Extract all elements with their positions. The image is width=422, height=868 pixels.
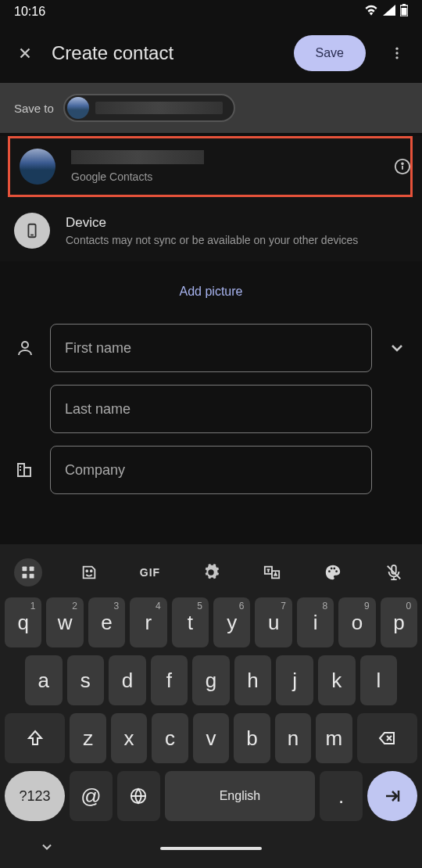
- signal-icon: [383, 5, 395, 19]
- close-button[interactable]: [11, 39, 39, 67]
- avatar: [67, 97, 89, 119]
- person-icon: [14, 339, 36, 357]
- nav-collapse-keyboard[interactable]: [39, 839, 55, 858]
- key-q[interactable]: q1: [5, 597, 41, 647]
- svg-point-5: [395, 56, 398, 59]
- svg-rect-17: [30, 567, 34, 572]
- svg-rect-16: [23, 567, 27, 572]
- device-subtitle: Contacts may not sync or be available on…: [66, 234, 408, 246]
- save-to-bar: Save to: [0, 83, 422, 133]
- last-name-field[interactable]: [50, 385, 372, 433]
- status-time: 10:16: [14, 5, 45, 19]
- key-at[interactable]: @: [70, 771, 113, 821]
- save-to-label: Save to: [14, 102, 54, 115]
- company-icon: [14, 461, 36, 479]
- key-u[interactable]: u7: [255, 597, 291, 647]
- google-account-option[interactable]: Google Contacts: [8, 136, 413, 197]
- avatar: [20, 149, 55, 185]
- key-period[interactable]: .: [320, 771, 363, 821]
- keyboard: GIF q1w2e3r4t5y6u7i8o9p0 asdfghjkl zxcvb…: [0, 544, 422, 868]
- device-option[interactable]: Device Contacts may not sync or be avail…: [0, 200, 422, 261]
- svg-rect-18: [23, 574, 27, 579]
- kb-apps-icon[interactable]: [14, 558, 42, 586]
- svg-rect-19: [30, 574, 34, 579]
- kb-mic-off-icon[interactable]: [380, 558, 408, 586]
- key-l[interactable]: l: [360, 655, 398, 705]
- page-title: Create contact: [52, 42, 281, 64]
- app-header: Create contact Save: [0, 23, 422, 83]
- nav-home-handle[interactable]: [160, 847, 262, 850]
- key-shift[interactable]: [5, 713, 65, 763]
- key-b[interactable]: b: [234, 713, 270, 763]
- info-button[interactable]: [394, 158, 411, 178]
- key-m[interactable]: m: [316, 713, 352, 763]
- key-space[interactable]: English: [165, 771, 315, 821]
- account-email-redacted: [71, 150, 204, 164]
- key-d[interactable]: d: [109, 655, 146, 705]
- battery-icon: [400, 4, 408, 20]
- kb-sticker-icon[interactable]: [75, 558, 103, 586]
- account-selector[interactable]: [63, 94, 235, 122]
- key-z[interactable]: z: [70, 713, 106, 763]
- key-v[interactable]: v: [193, 713, 229, 763]
- kb-settings-icon[interactable]: [197, 558, 225, 586]
- key-enter[interactable]: [367, 771, 417, 821]
- key-n[interactable]: n: [275, 713, 311, 763]
- key-h[interactable]: h: [234, 655, 272, 705]
- svg-point-4: [395, 52, 398, 54]
- key-o[interactable]: o9: [338, 597, 375, 647]
- kb-translate-icon[interactable]: [258, 558, 286, 586]
- key-s[interactable]: s: [67, 655, 105, 705]
- status-bar: 10:16: [0, 0, 422, 23]
- google-contacts-label: Google Contacts: [71, 170, 401, 183]
- svg-point-21: [91, 570, 92, 572]
- key-y[interactable]: y6: [213, 597, 250, 647]
- key-r[interactable]: r4: [130, 597, 166, 647]
- key-i[interactable]: i8: [297, 597, 334, 647]
- account-options-panel: Google Contacts Device Contacts may not …: [0, 136, 422, 261]
- key-e[interactable]: e3: [88, 597, 125, 647]
- kb-palette-icon[interactable]: [319, 558, 347, 586]
- key-f[interactable]: f: [151, 655, 188, 705]
- svg-point-20: [86, 570, 88, 572]
- wifi-icon: [364, 5, 378, 19]
- key-k[interactable]: k: [318, 655, 356, 705]
- key-c[interactable]: c: [152, 713, 188, 763]
- company-field[interactable]: [50, 446, 372, 494]
- add-picture-button[interactable]: Add picture: [0, 261, 422, 317]
- svg-point-3: [395, 48, 398, 50]
- svg-rect-13: [24, 468, 30, 476]
- key-j[interactable]: j: [276, 655, 313, 705]
- key-x[interactable]: x: [111, 713, 147, 763]
- key-lang[interactable]: [117, 771, 160, 821]
- svg-rect-1: [402, 4, 406, 5]
- key-t[interactable]: t5: [172, 597, 209, 647]
- save-button[interactable]: Save: [294, 35, 366, 71]
- svg-point-11: [22, 342, 28, 348]
- first-name-field[interactable]: [50, 324, 372, 372]
- svg-rect-2: [402, 8, 407, 16]
- key-symbols[interactable]: ?123: [5, 771, 65, 821]
- kb-gif-icon[interactable]: GIF: [136, 558, 164, 586]
- key-a[interactable]: a: [25, 655, 63, 705]
- device-icon: [14, 213, 50, 249]
- key-w[interactable]: w2: [46, 597, 83, 647]
- key-p[interactable]: p0: [381, 597, 417, 647]
- key-backspace[interactable]: [357, 713, 417, 763]
- svg-point-8: [402, 163, 403, 164]
- expand-name-button[interactable]: [386, 339, 408, 357]
- key-g[interactable]: g: [192, 655, 230, 705]
- more-button[interactable]: [383, 39, 411, 67]
- device-title: Device: [66, 215, 408, 231]
- account-name-redacted: [95, 102, 223, 114]
